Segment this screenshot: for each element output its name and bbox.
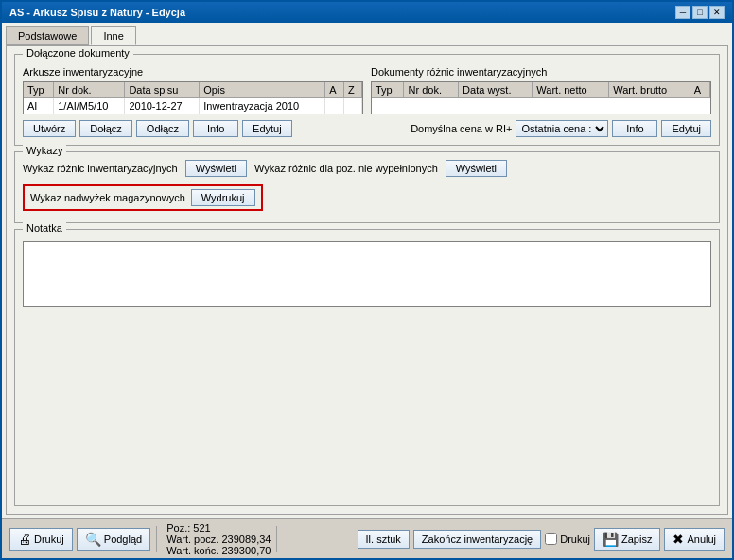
dolacz-button[interactable]: Dołącz [79,120,132,137]
inventory-sheets-table: Typ Nr dok. Data spisu Opis A Z [24,82,362,114]
footer-divider-1 [156,526,157,552]
content-area: Podstawowe Inne Dołączone dokumenty Arku… [2,23,732,518]
tab-bar: Podstawowe Inne [6,26,728,45]
poz-label: Poz.: 521 [166,522,271,534]
zapisz-button[interactable]: 💾 Zapisz [594,528,660,551]
ri-select[interactable]: Ostatnia cena : [516,120,608,137]
wykazy-label: Wykazy [23,145,66,156]
col-typ2: Typ [372,82,404,98]
zakoncz-button[interactable]: Zakończ inwentaryzację [413,530,541,549]
ri-info-button[interactable]: Info [612,120,657,137]
wykaz-nadwyzek-group: Wykaz nadwyżek magazynowych Wydrukuj [23,184,263,211]
odlacz-button[interactable]: Odłącz [136,120,189,137]
wykaz-nadwyzek-label: Wykaz nadwyżek magazynowych [30,192,185,203]
zapisz-label: Zapisz [621,534,652,545]
col-wart-brutto: Wart. brutto [609,82,690,98]
save-icon: 💾 [603,532,619,547]
notatka-group: Notatka [14,229,720,506]
drukuj-checkbox[interactable] [545,533,557,545]
tab-podstawowe[interactable]: Podstawowe [6,26,89,45]
drukuj2-label: Drukuj [560,534,590,545]
main-panel: Dołączone dokumenty Arkusze inwentaryzac… [6,45,728,515]
col-a2: A [690,82,709,98]
wykazy-group: Wykazy Wykaz różnic inwentaryzacyjnych W… [14,151,720,223]
cell-typ: AI [24,98,54,114]
ri-label: Domyślna cena w RI+ [411,123,512,134]
ri-edytuj-button[interactable]: Edytuj [661,120,711,137]
table-row[interactable]: AI 1/AI/M5/10 2010-12-27 Inwentrayzacja … [24,98,362,114]
drukuj-button[interactable]: 🖨 Drukuj [9,528,73,551]
col-data-wyst: Data wyst. [459,82,533,98]
docs-buttons-row: Utwórz Dołącz Odłącz Info Edytuj Domyśln… [23,120,711,137]
cancel-icon: ✖ [673,532,684,547]
docs-row: Arkusze inwentaryzacyjne Typ Nr dok. Dat… [23,66,711,114]
maximize-button[interactable]: □ [692,6,708,19]
footer-divider-2 [276,526,277,552]
col-opis: Opis [200,82,325,98]
diff-table-header: Typ Nr dok. Data wyst. Wart. netto Wart.… [372,82,710,98]
cell-data-spisu: 2010-12-27 [125,98,200,114]
diff-docs-label: Dokumenty różnic inwentaryzacyjnych [371,66,711,78]
il-sztuk-button[interactable]: Il. sztuk [358,530,410,549]
zakoncz-label: Zakończ inwentaryzację [422,534,533,545]
diff-docs-table-wrapper: Typ Nr dok. Data wyst. Wart. netto Wart.… [371,81,711,114]
attached-docs-label: Dołączone dokumenty [23,47,133,59]
cell-a [325,98,344,114]
ri-group: Domyślna cena w RI+ Ostatnia cena : Info… [411,120,711,137]
podglad-label: Podgląd [104,534,142,545]
printer-icon: 🖨 [18,532,31,547]
utworz-button[interactable]: Utwórz [23,120,76,137]
footer: 🖨 Drukuj 🔍 Podgląd Poz.: 521 Wart. pocz.… [2,518,732,558]
wart-pocz: Wart. pocz. 239089,34 [166,534,271,545]
drukuj-checkbox-group: Drukuj [545,533,590,545]
col-wart-netto: Wart. netto [533,82,609,98]
col-typ: Typ [24,82,54,98]
wart-konc: Wart. końc. 239300,70 [166,545,271,556]
notatka-label: Notatka [23,222,66,234]
cell-opis: Inwentrayzacja 2010 [200,98,325,114]
drukuj-label: Drukuj [34,534,64,545]
inventory-sheets-table-wrapper: Typ Nr dok. Data spisu Opis A Z [23,81,363,114]
inventory-sheets-label: Arkusze inwentaryzacyjne [23,66,363,78]
wykaz-diff-button[interactable]: Wyświetl [185,160,247,177]
minimize-button[interactable]: ─ [675,6,690,19]
anuluj-label: Anuluj [687,534,716,545]
title-bar-buttons: ─ □ ✕ [675,6,725,19]
window-title: AS - Arkusz Spisu z Natury - Edycja [9,7,185,18]
footer-info: Poz.: 521 Wart. pocz. 239089,34 Wart. ko… [166,522,271,556]
col-a: A [325,82,344,98]
col-nr-dok2: Nr dok. [404,82,459,98]
wykaz-not-filled-label: Wykaz różnic dla poz. nie wypełnionych [254,163,438,174]
wykaz-diff-label: Wykaz różnic inwentaryzacyjnych [23,163,178,174]
close-button[interactable]: ✕ [709,6,725,19]
title-bar: AS - Arkusz Spisu z Natury - Edycja ─ □ … [2,2,732,23]
info-button[interactable]: Info [193,120,238,137]
footer-right: Il. sztuk Zakończ inwentaryzację Drukuj … [358,528,725,551]
cell-nr-dok: 1/AI/M5/10 [54,98,125,114]
preview-icon: 🔍 [85,532,101,547]
inventory-sheets-section: Arkusze inwentaryzacyjne Typ Nr dok. Dat… [23,66,363,114]
cell-z [343,98,361,114]
wykazy-section: Wykaz różnic inwentaryzacyjnych Wyświetl… [23,156,711,215]
wykaz-not-filled-button[interactable]: Wyświetl [446,160,507,177]
notatka-textarea[interactable] [23,241,711,307]
il-sztuk-label: Il. sztuk [366,534,401,545]
diff-docs-section: Dokumenty różnic inwentaryzacyjnych Typ … [371,66,711,114]
wydrukuj-button[interactable]: Wydrukuj [191,189,255,206]
col-data-spisu: Data spisu [125,82,200,98]
anuluj-button[interactable]: ✖ Anuluj [664,528,725,551]
col-nr-dok: Nr dok. [54,82,125,98]
attached-docs-group: Dołączone dokumenty Arkusze inwentaryzac… [14,54,720,146]
col-z: Z [343,82,361,98]
podglad-button[interactable]: 🔍 Podgląd [77,528,150,551]
main-window: AS - Arkusz Spisu z Natury - Edycja ─ □ … [0,0,734,560]
inventory-table-header: Typ Nr dok. Data spisu Opis A Z [24,82,362,98]
diff-docs-table: Typ Nr dok. Data wyst. Wart. netto Wart.… [372,82,710,98]
tab-inne[interactable]: Inne [91,26,135,45]
edytuj-button[interactable]: Edytuj [242,120,292,137]
